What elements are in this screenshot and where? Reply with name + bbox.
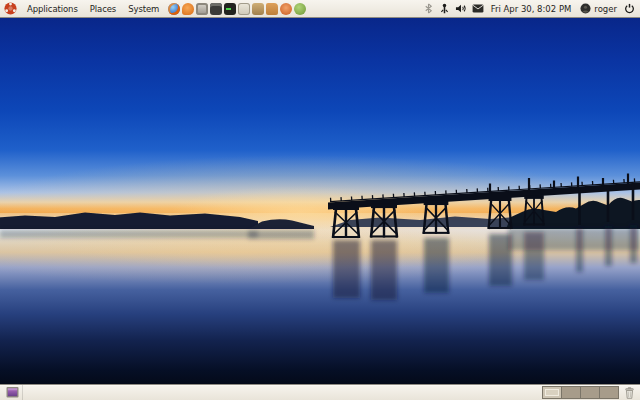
bottom-panel	[0, 384, 640, 400]
menu-system[interactable]: System	[123, 2, 164, 16]
volume-icon[interactable]	[455, 3, 467, 14]
indicator-tray: Fri Apr 30, 8:02 PM roger	[423, 3, 637, 14]
menu-applications[interactable]: Applications	[22, 2, 83, 16]
launcher-game-icon[interactable]	[294, 3, 306, 15]
power-icon[interactable]	[624, 3, 635, 14]
workspace-1[interactable]	[543, 387, 562, 398]
user-menu[interactable]: roger	[578, 3, 619, 14]
launcher-terminal-alt-icon[interactable]	[224, 3, 236, 15]
launcher-screenshot-icon[interactable]	[196, 3, 208, 15]
launcher-music-app-icon[interactable]	[182, 3, 194, 15]
menu-places[interactable]: Places	[85, 2, 121, 16]
network-antenna-icon[interactable]	[439, 3, 450, 14]
launcher-firefox-icon[interactable]	[168, 3, 180, 15]
launcher-terminal-icon[interactable]	[210, 3, 222, 15]
wallpaper-image	[0, 0, 640, 400]
workspace-4[interactable]	[600, 387, 618, 398]
bluetooth-icon[interactable]	[423, 3, 434, 14]
desktop[interactable]: Applications Places System	[0, 0, 640, 400]
menubar: Applications Places System	[3, 2, 164, 16]
user-name: roger	[594, 4, 617, 14]
show-desktop-icon	[6, 386, 19, 399]
launcher-text-editor-icon[interactable]	[238, 3, 250, 15]
launcher-software-icon[interactable]	[280, 3, 292, 15]
top-panel: Applications Places System	[0, 0, 640, 18]
launcher-folder-icon[interactable]	[266, 3, 278, 15]
workspace-3[interactable]	[581, 387, 600, 398]
launcher-package-icon[interactable]	[252, 3, 264, 15]
avatar-icon	[580, 3, 591, 14]
trash-icon	[624, 387, 635, 399]
messages-icon[interactable]	[472, 4, 484, 13]
workspace-switcher[interactable]	[542, 386, 619, 399]
workspace-2[interactable]	[562, 387, 581, 398]
trash-applet[interactable]	[624, 387, 635, 399]
show-desktop-button[interactable]	[2, 385, 23, 400]
launchers	[168, 3, 306, 15]
ubuntu-logo-icon[interactable]	[4, 2, 17, 15]
clock[interactable]: Fri Apr 30, 8:02 PM	[489, 4, 574, 14]
